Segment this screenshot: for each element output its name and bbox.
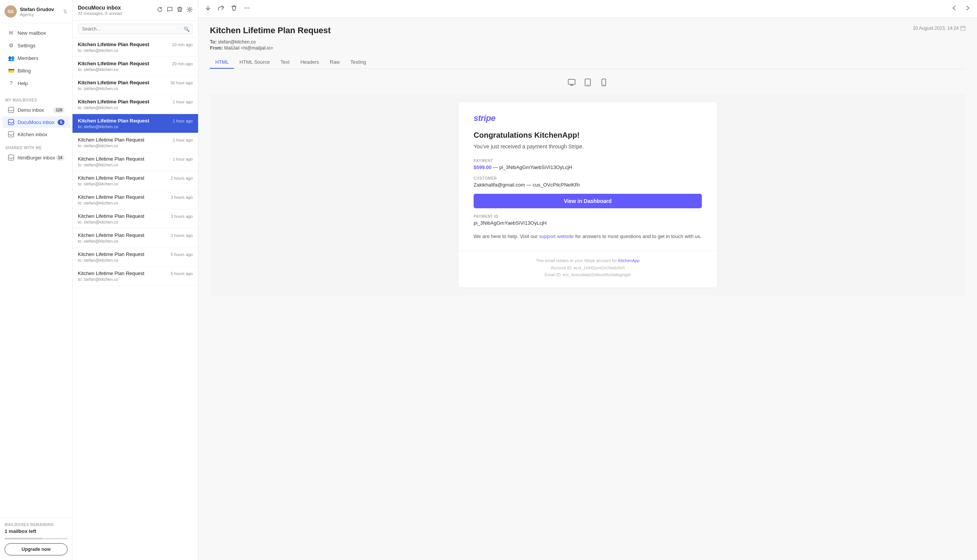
stripe-amount: $599.00	[474, 164, 491, 170]
stripe-description: You've just received a payment through S…	[474, 143, 702, 150]
sidebar-item-help[interactable]: ? Help	[2, 77, 70, 89]
view-tab-headers[interactable]: Headers	[295, 56, 324, 69]
stripe-logo: stripe	[474, 113, 702, 123]
panel-subtitle: 32 messages, 6 unread	[78, 11, 122, 16]
sidebar-item-new-mailbox[interactable]: ✉ New mailbox	[2, 27, 70, 39]
main-toolbar	[199, 0, 977, 18]
email-content-frame: stripe Congratulations KitchenApp! You'v…	[458, 102, 718, 288]
chevron-updown-icon[interactable]: ⇅	[63, 8, 68, 15]
email-view: Kitchen Lifetime Plan Request 20 August …	[199, 18, 977, 560]
mailbox-documocu-inbox[interactable]: DocuMocu inbox 6	[2, 117, 70, 128]
email-to: to: stefan@kitchen.co	[78, 182, 193, 186]
email-view-title: Kitchen Lifetime Plan Request	[210, 25, 331, 35]
email-list-item[interactable]: Kitchen Lifetime Plan Request 1 hour ago…	[72, 114, 198, 133]
mailbox-documocu-label: DocuMocu inbox	[18, 119, 58, 125]
search-input[interactable]	[78, 23, 193, 34]
email-view-meta: To: stefan@kitchen.co From: MailJail <hi…	[210, 39, 965, 51]
email-list-item[interactable]: Kitchen Lifetime Plan Request 30 hour ag…	[72, 76, 198, 95]
sidebar-item-billing[interactable]: 💳 Billing	[2, 65, 70, 77]
email-subject: Kitchen Lifetime Plan Request	[78, 137, 144, 143]
sidebar-item-label: Billing	[18, 68, 31, 73]
email-time: 20 min ago	[172, 62, 193, 66]
email-list-item[interactable]: Kitchen Lifetime Plan Request 3 hours ag…	[72, 210, 198, 228]
view-tab-testing[interactable]: Testing	[345, 56, 371, 69]
stripe-footer-app-link[interactable]: KitchenApp	[618, 258, 639, 263]
tablet-icon[interactable]	[583, 78, 592, 88]
sidebar-item-members[interactable]: 👥 Members	[2, 52, 70, 64]
sidebar-header: SG Stefan Grudov Agency ⇅	[0, 0, 72, 23]
chevron-right-icon[interactable]	[964, 5, 971, 13]
upgrade-button[interactable]: Upgrade now	[5, 543, 68, 555]
calendar-icon	[960, 25, 965, 31]
email-to: to: stefan@kitchen.co	[78, 48, 193, 53]
email-list-item[interactable]: Kitchen Lifetime Plan Request 5 hours ag…	[72, 267, 198, 286]
compose-icon[interactable]	[167, 7, 173, 14]
email-view-date: 20 August 2023, 14:24	[913, 25, 965, 31]
user-name: Stefan Grudov	[20, 7, 63, 12]
email-list-item[interactable]: Kitchen Lifetime Plan Request 20 min ago…	[72, 57, 198, 76]
stripe-payment-id-label: PAYMENT ID	[474, 214, 702, 218]
svg-point-4	[189, 8, 191, 10]
mailbox-demo-inbox[interactable]: Demo inbox 128	[2, 104, 70, 116]
mailboxes-remaining-label: MAILBOXES REMAINING	[5, 523, 68, 527]
chevron-left-icon[interactable]	[951, 5, 958, 13]
email-subject: Kitchen Lifetime Plan Request	[78, 252, 144, 257]
email-list-item[interactable]: Kitchen Lifetime Plan Request 1 hour ago…	[72, 95, 198, 114]
stripe-payment-id-value: pi_3NibAgGmYaebSiVI13OyLcjH	[474, 220, 702, 226]
arrow-down-icon[interactable]	[205, 5, 211, 13]
search-bar: 🔍	[72, 21, 198, 38]
sidebar-item-settings[interactable]: ⚙ Settings	[2, 39, 70, 52]
mobile-icon[interactable]	[600, 78, 608, 88]
stripe-help-text: We are here to help. Visit our support w…	[474, 233, 702, 239]
scrollbar-thumb	[5, 538, 42, 539]
email-list-item[interactable]: Kitchen Lifetime Plan Request 1 hour ago…	[72, 133, 198, 152]
stripe-customer-id: cus_OVcPilcPNelKRr	[533, 182, 580, 188]
email-to: to: stefan@kitchen.co	[78, 201, 193, 205]
shared-with-me-label: SHARED WITH ME	[0, 142, 72, 152]
delete-icon[interactable]	[230, 5, 237, 13]
support-website-link[interactable]: support website	[539, 233, 574, 239]
view-tab-html[interactable]: HTML	[210, 56, 234, 69]
email-time: 5 hours ago	[170, 252, 193, 257]
desktop-icon[interactable]	[568, 78, 576, 88]
email-list-item[interactable]: Kitchen Lifetime Plan Request 10 min ago…	[72, 38, 198, 57]
email-subject: Kitchen Lifetime Plan Request	[78, 156, 144, 162]
email-to: to: stefan@kitchen.co	[78, 239, 193, 243]
trash-icon[interactable]	[177, 7, 183, 14]
mailbox-demo-label: Demo inbox	[18, 107, 53, 113]
email-from-line: From: MailJail <hi@mailjail.io>	[210, 45, 965, 51]
stripe-footer-line1: This email relates to your Stripe accoun…	[474, 257, 702, 264]
settings-panel-icon[interactable]	[187, 7, 193, 14]
email-time: 3 hours ago	[170, 195, 193, 200]
refresh-icon[interactable]	[157, 7, 163, 14]
email-subject: Kitchen Lifetime Plan Request	[78, 213, 144, 219]
email-body-area: stripe Congratulations KitchenApp! You'v…	[458, 102, 717, 251]
email-list-item[interactable]: Kitchen Lifetime Plan Request 5 hours ag…	[72, 248, 198, 267]
mailbox-kitchen-inbox[interactable]: Kitchen inbox	[2, 128, 70, 140]
email-to: to: stefan@kitchen.co	[78, 220, 193, 224]
email-list-item[interactable]: Kitchen Lifetime Plan Request 2 hours ag…	[72, 171, 198, 190]
forward-icon[interactable]	[217, 5, 224, 13]
stripe-customer-label: CUSTOMER	[474, 176, 702, 180]
view-tab-raw[interactable]: Raw	[324, 56, 345, 69]
user-info: Stefan Grudov Agency	[20, 7, 63, 17]
view-tab-text[interactable]: Text	[275, 56, 295, 69]
stripe-payment-id-section: PAYMENT ID pi_3NibAgGmYaebSiVI13OyLcjH	[474, 214, 702, 226]
view-dashboard-button[interactable]: View in Dashboard	[474, 194, 702, 208]
email-to: to: stefan@kitchen.co	[78, 143, 193, 148]
svg-point-13	[603, 84, 604, 85]
email-time: 2 hours ago	[170, 176, 193, 180]
email-time: 3 hours ago	[170, 214, 193, 218]
svg-rect-0	[8, 107, 14, 113]
email-list-item[interactable]: Kitchen Lifetime Plan Request 1 hour ago…	[72, 152, 198, 171]
email-list-item[interactable]: Kitchen Lifetime Plan Request 3 hours ag…	[72, 190, 198, 210]
more-options-icon[interactable]	[244, 5, 251, 13]
mailbox-htmlburger-inbox[interactable]: htmlBurger inbox 14	[2, 152, 70, 163]
email-list-item[interactable]: Kitchen Lifetime Plan Request 3 hours ag…	[72, 228, 198, 248]
view-tab-html-source[interactable]: HTML Source	[234, 56, 275, 69]
email-to: to: stefan@kitchen.co	[78, 258, 193, 262]
panel-header: DocuMocu inbox 32 messages, 6 unread	[72, 0, 198, 21]
plus-icon: ✉	[8, 29, 15, 36]
svg-rect-1	[8, 119, 14, 125]
svg-rect-3	[8, 155, 14, 160]
